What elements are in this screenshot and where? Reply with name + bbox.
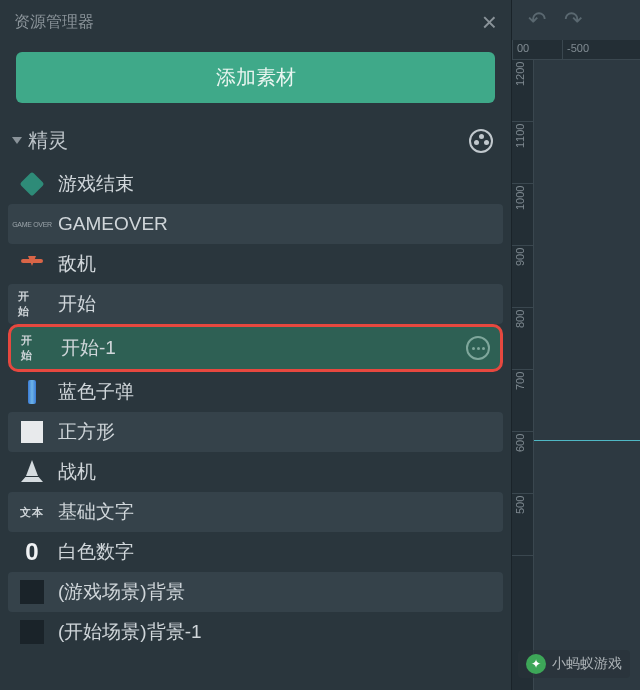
start-text-icon: 开 始 — [21, 334, 49, 362]
asset-item[interactable]: 0白色数字 — [8, 532, 503, 572]
asset-label: 蓝色子弹 — [58, 379, 493, 405]
close-icon[interactable]: × — [482, 9, 497, 35]
ruler-horizontal: 00-500 — [512, 40, 640, 60]
asset-label: 敌机 — [58, 251, 493, 277]
section-title-wrap: 精灵 — [12, 127, 68, 154]
asset-item[interactable]: 敌机 — [8, 244, 503, 284]
wechat-icon: ✦ — [526, 654, 546, 674]
asset-item[interactable]: 开 始开始-1 — [8, 324, 503, 372]
ruler-tick: -500 — [562, 40, 640, 59]
asset-label: 开始-1 — [61, 335, 454, 361]
asset-item[interactable]: 游戏结束 — [8, 164, 503, 204]
asset-item[interactable]: 正方形 — [8, 412, 503, 452]
asset-label: 白色数字 — [58, 539, 493, 565]
asset-item[interactable]: 开 始开始 — [8, 284, 503, 324]
asset-item[interactable]: 文本基础文字 — [8, 492, 503, 532]
ruler-tick: 1100 — [512, 122, 533, 184]
asset-item[interactable]: 蓝色子弹 — [8, 372, 503, 412]
asset-label: 基础文字 — [58, 499, 493, 525]
asset-item[interactable]: GAME OVERGAMEOVER — [8, 204, 503, 244]
digit-icon: 0 — [18, 538, 46, 566]
caret-down-icon — [12, 137, 22, 144]
canvas-guide-line — [534, 440, 640, 441]
section-header-sprites[interactable]: 精灵 — [0, 121, 511, 160]
black-square-icon — [18, 618, 46, 646]
square-icon — [18, 418, 46, 446]
black-square-icon — [18, 578, 46, 606]
text-badge-icon: 文本 — [18, 498, 46, 526]
asset-label: 游戏结束 — [58, 171, 493, 197]
asset-label: 战机 — [58, 459, 493, 485]
ruler-tick: 800 — [512, 308, 533, 370]
asset-list: 游戏结束GAME OVERGAMEOVER敌机开 始开始开 始开始-1蓝色子弹正… — [0, 160, 511, 690]
asset-item[interactable]: (开始场景)背景-1 — [8, 612, 503, 652]
resource-manager-panel: 资源管理器 × 添加素材 精灵 游戏结束GAME OVERGAMEOVER敌机开… — [0, 0, 512, 690]
bullet-icon — [18, 378, 46, 406]
ruler-tick: 600 — [512, 432, 533, 494]
ruler-tick: 00 — [512, 40, 562, 59]
watermark-text: 小蚂蚁游戏 — [552, 655, 622, 673]
asset-item[interactable]: (游戏场景)背景 — [8, 572, 503, 612]
redo-icon[interactable]: ↷ — [564, 7, 582, 33]
cube-icon — [18, 170, 46, 198]
ruler-tick: 1200 — [512, 60, 533, 122]
fighter-ship-icon — [18, 458, 46, 486]
undo-icon[interactable]: ↶ — [528, 7, 546, 33]
ruler-tick: 900 — [512, 246, 533, 308]
panel-title: 资源管理器 — [14, 12, 94, 33]
asset-label: 正方形 — [58, 419, 493, 445]
more-options-icon[interactable] — [466, 336, 490, 360]
canvas-viewport[interactable] — [534, 60, 640, 690]
palette-icon[interactable] — [469, 129, 493, 153]
asset-label: (游戏场景)背景 — [58, 579, 493, 605]
watermark: ✦ 小蚂蚁游戏 — [518, 650, 630, 678]
gameover-text-icon: GAME OVER — [18, 210, 46, 238]
ruler-vertical: 120011001000900800700600500 — [512, 60, 534, 690]
asset-item[interactable]: 战机 — [8, 452, 503, 492]
ruler-tick: 500 — [512, 494, 533, 556]
ruler-tick: 1000 — [512, 184, 533, 246]
panel-header: 资源管理器 × — [0, 0, 511, 40]
add-asset-button[interactable]: 添加素材 — [16, 52, 495, 103]
asset-label: GAMEOVER — [58, 213, 493, 235]
start-text-icon: 开 始 — [18, 290, 46, 318]
asset-label: (开始场景)背景-1 — [58, 619, 493, 645]
asset-label: 开始 — [58, 291, 493, 317]
canvas-toolbar: ↶ ↷ — [512, 0, 640, 40]
section-title: 精灵 — [28, 127, 68, 154]
ruler-tick: 700 — [512, 370, 533, 432]
enemy-ship-icon — [18, 250, 46, 278]
